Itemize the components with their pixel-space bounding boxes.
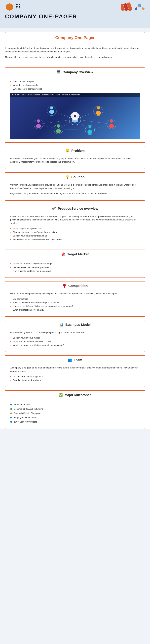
business-model-icon: 📊: [59, 323, 63, 326]
section-header-competition: 🥊 Competition: [5, 282, 145, 290]
team-body: A company is as good as its team and fou…: [10, 366, 140, 373]
team-bullets: List founders and management Board of di…: [10, 375, 140, 382]
svg-line-42: [58, 119, 75, 129]
bullet-item: List competitors: [10, 297, 140, 301]
section-business-model: 📊 Business Model Describe briefly, how y…: [5, 320, 145, 352]
milestone-dot-1: [10, 404, 12, 406]
bullet-item: Board of directors & advisors: [10, 378, 140, 382]
main-content: Company One-Pager A one-pager is a brief…: [0, 32, 150, 429]
bullet-item: Focus on what your solution does, not ho…: [10, 238, 140, 241]
competition-icon: 🥊: [62, 284, 66, 288]
svg-point-27: [36, 124, 41, 128]
section-content-solution: Why is your company best suited to provi…: [5, 181, 145, 200]
section-content-major-milestones: Founded in 2017 Secured $1,000,000 in fu…: [5, 399, 145, 429]
svg-point-8: [17, 8, 18, 8]
section-content-company-overview: Describe who are you. What do your busin…: [5, 76, 145, 142]
svg-line-41: [38, 119, 75, 124]
svg-point-5: [17, 6, 18, 7]
bullet-item: Explain your development roadmap.: [10, 234, 140, 238]
section-header-team: 👥 Team: [5, 356, 145, 364]
video-nav-next[interactable]: ›: [137, 94, 138, 96]
section-solution: 💡 Solution Why is your company best suit…: [5, 172, 145, 200]
section-header-problem: 🙂 Problem: [5, 146, 145, 155]
company-overview-icon: 🖥️: [57, 70, 61, 74]
intro-section: A one-pager is a brief outline of your b…: [0, 47, 150, 64]
section-header-business-model: 📊 Business Model: [5, 320, 145, 329]
svg-point-35: [110, 120, 113, 123]
svg-point-3: [19, 4, 20, 5]
section-company-overview: 🖥️ Company Overview Describe who are you…: [5, 68, 145, 142]
bullet-item: Describe who are you.: [10, 80, 140, 83]
section-header-target-market: 🎯 Target Market: [5, 250, 145, 258]
play-triangle-icon: [74, 114, 77, 118]
solution-body1: Why is your company best suited to provi…: [10, 183, 140, 190]
section-header-company-overview: 🖥️ Company Overview: [5, 68, 145, 76]
milestones-list: Founded in 2017 Secured $1,000,000 in fu…: [10, 402, 140, 424]
target-market-bullets: What's the market size you are catering …: [10, 262, 140, 273]
section-header-product-service: 🚀 Product/Service overview: [5, 204, 145, 213]
bullet-item: Explain your revenue model.: [10, 336, 140, 340]
milestone-dot-5: [10, 421, 12, 423]
header-right-icons: [121, 2, 145, 12]
svg-point-9: [19, 8, 20, 8]
product-service-body: Introduce your product or service with a…: [10, 215, 140, 225]
milestone-item-2: Secured $1,000,000 in funding: [10, 407, 140, 411]
bullet-item: What is your average lifetime value of y…: [10, 343, 140, 347]
bullet-item: What is your customer acquisition cost?: [10, 340, 140, 343]
svg-line-16: [136, 6, 139, 8]
section-content-business-model: Describe briefly, how you are planning o…: [5, 329, 145, 352]
svg-line-44: [75, 119, 112, 124]
svg-point-7: [16, 8, 17, 8]
product-service-bullets: What stage is your product at? Share pic…: [10, 227, 140, 241]
company-overview-bullets: Describe who are you. What do your busin…: [10, 80, 140, 91]
video-top-bar: Bit.ai Intro Video: Smart Document Colla…: [10, 93, 140, 97]
header-left-icons: [5, 2, 22, 12]
section-target-market: 🎯 Target Market What's the market size y…: [5, 250, 145, 278]
svg-point-38: [89, 126, 91, 128]
bullet-item: What stage is your product at?: [10, 227, 140, 230]
problem-body: Describe what problems your product or s…: [10, 157, 140, 164]
dots-grid-icon: [16, 4, 22, 10]
major-milestones-icon: ✅: [59, 393, 63, 397]
play-button[interactable]: [71, 112, 79, 120]
milestone-item-1: Founded in 2017: [10, 402, 140, 407]
bullet-item: How are they currently addressing the pr…: [10, 301, 140, 304]
section-competition: 🥊 Competition What are other companies d…: [5, 281, 145, 317]
page-title: COMPANY ONE-PAGER: [5, 13, 145, 20]
svg-point-23: [50, 106, 53, 110]
milestone-dot-4: [10, 417, 12, 418]
svg-point-24: [49, 110, 54, 114]
competition-body: What are other companies doing in this s…: [10, 292, 140, 296]
intro-paragraph-1: A one-pager is a brief outline of your b…: [5, 47, 145, 54]
team-icon: 👥: [68, 358, 72, 362]
svg-point-29: [57, 125, 60, 128]
business-model-body: Describe briefly, how you are planning o…: [10, 331, 140, 334]
milestone-dot-2: [10, 408, 12, 410]
page-header: COMPANY ONE-PAGER: [0, 0, 150, 28]
bullet-item: What IP protection do you have?: [10, 308, 140, 312]
svg-line-17: [139, 6, 143, 8]
section-team: 👥 Team A company is as good as its team …: [5, 355, 145, 387]
network-icon: [134, 2, 145, 12]
svg-point-32: [97, 106, 100, 110]
milestone-dot-3: [10, 412, 12, 414]
milestone-item-5: 100K Daily Active Users: [10, 420, 140, 424]
bullet-item: Share pictures of product/technology in …: [10, 230, 140, 234]
competition-bullets: List competitors How are they currently …: [10, 297, 140, 312]
solution-icon: 💡: [65, 175, 69, 179]
section-major-milestones: ✅ Major Milestones Founded in 2017 Secur…: [5, 390, 145, 429]
intro-paragraph-2: The one thing you should take special ca…: [5, 56, 145, 59]
section-header-solution: 💡 Solution: [5, 173, 145, 181]
hexagon-icon: [5, 2, 14, 12]
video-nav-prev[interactable]: ‹: [135, 94, 136, 96]
svg-point-36: [109, 124, 114, 128]
video-embed[interactable]: Bit.ai Intro Video: Smart Document Colla…: [10, 93, 140, 139]
solution-body2: Regardless of all your features, focus o…: [10, 192, 140, 195]
bullet-item: How big is the problem you are solving?: [10, 269, 140, 273]
section-problem: 🙂 Problem Describe what problems your pr…: [5, 146, 145, 169]
product-service-icon: 🚀: [52, 207, 56, 210]
section-content-product-service: Introduce your product or service with a…: [5, 213, 145, 246]
svg-marker-0: [6, 3, 13, 11]
section-content-problem: Describe what problems your product or s…: [5, 155, 145, 169]
svg-point-30: [56, 129, 61, 133]
